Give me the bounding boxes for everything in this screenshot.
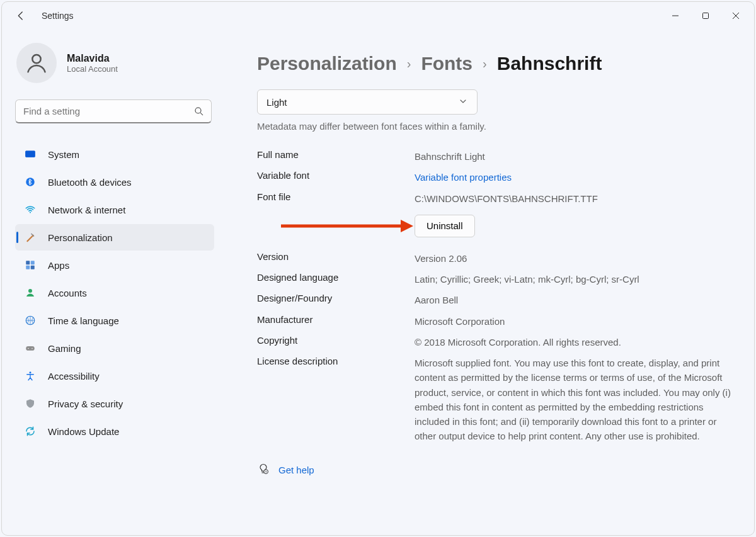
breadcrumb-current: Bahnschrift	[497, 53, 602, 74]
accounts-icon	[24, 286, 37, 299]
nav: System Bluetooth & devices Network & int…	[15, 141, 214, 444]
wifi-icon	[24, 203, 37, 216]
svg-rect-5	[26, 151, 35, 157]
svg-point-3	[195, 108, 201, 113]
sidebar-item-label: Privacy & security	[48, 399, 123, 409]
sidebar-item-accessibility[interactable]: Accessibility	[15, 363, 214, 389]
value-manufacturer: Microsoft Corporation	[415, 314, 505, 329]
sidebar-item-label: Accounts	[48, 288, 87, 298]
label-copyright: Copyright	[257, 335, 415, 346]
label-full-name: Full name	[257, 149, 415, 160]
search-input[interactable]	[15, 99, 212, 123]
update-icon	[24, 425, 37, 438]
accessibility-icon	[24, 370, 37, 382]
label-version: Version	[257, 251, 415, 262]
value-copyright: © 2018 Microsoft Corporation. All rights…	[415, 335, 621, 349]
chevron-down-icon	[458, 96, 468, 108]
label-font-file: Font file	[257, 191, 415, 202]
help-icon: ?	[257, 463, 270, 478]
sidebar-item-label: Personalization	[48, 232, 113, 243]
apps-icon	[24, 259, 37, 271]
svg-point-8	[30, 212, 31, 213]
bluetooth-icon	[24, 176, 37, 188]
sidebar-item-label: Network & internet	[48, 205, 125, 215]
breadcrumb: Personalization › Fonts › Bahnschrift	[257, 53, 733, 74]
main: Personalization › Fonts › Bahnschrift Li…	[227, 31, 756, 537]
close-button[interactable]	[721, 4, 751, 27]
sidebar-item-personalization[interactable]: Personalization	[15, 224, 214, 251]
globe-clock-icon	[24, 314, 37, 327]
value-version: Version 2.06	[415, 251, 467, 266]
svg-point-17	[32, 348, 33, 349]
svg-point-2	[32, 55, 40, 63]
font-face-value: Light	[266, 97, 287, 108]
breadcrumb-personalization[interactable]: Personalization	[257, 53, 397, 74]
user-name: Malavida	[67, 53, 118, 64]
svg-point-16	[28, 348, 29, 349]
sidebar-item-label: Windows Update	[48, 426, 119, 437]
sidebar-item-accounts[interactable]: Accounts	[15, 280, 214, 306]
titlebar: Settings	[0, 0, 756, 31]
user-block[interactable]: Malavida Local Account	[15, 43, 222, 83]
label-designer: Designer/Foundry	[257, 293, 415, 303]
sidebar-item-label: Bluetooth & devices	[48, 177, 132, 188]
svg-marker-20	[401, 220, 413, 232]
value-designer: Aaron Bell	[415, 293, 458, 307]
sidebar-item-privacy[interactable]: Privacy & security	[15, 390, 214, 417]
back-button[interactable]	[15, 10, 26, 21]
sidebar-item-label: Accessibility	[48, 371, 100, 382]
system-icon	[24, 148, 37, 161]
paintbrush-icon	[24, 231, 37, 244]
sidebar-item-system[interactable]: System	[15, 141, 214, 167]
label-variable-font: Variable font	[257, 170, 415, 181]
svg-rect-15	[26, 346, 35, 351]
app-title: Settings	[42, 11, 74, 21]
user-subtitle: Local Account	[67, 64, 118, 74]
value-license: Microsoft supplied font. You may use thi…	[415, 356, 733, 444]
breadcrumb-fonts[interactable]: Fonts	[421, 53, 472, 74]
sidebar-item-network[interactable]: Network & internet	[15, 196, 214, 223]
sidebar-item-label: Gaming	[48, 343, 81, 354]
sidebar-item-windows-update[interactable]: Windows Update	[15, 418, 214, 444]
avatar	[16, 43, 57, 83]
search-icon[interactable]	[193, 105, 205, 118]
sidebar-item-apps[interactable]: Apps	[15, 252, 214, 278]
sidebar: Malavida Local Account System Bluetooth …	[0, 31, 227, 537]
chevron-right-icon: ›	[483, 57, 487, 71]
svg-rect-1	[703, 13, 709, 19]
svg-line-4	[200, 113, 203, 115]
sidebar-item-time-language[interactable]: Time & language	[15, 307, 214, 334]
value-designed-language: Latin; Cyrillic; Greek; vi-Latn; mk-Cyrl…	[415, 272, 639, 286]
search-wrap	[15, 99, 212, 123]
window-controls	[660, 4, 751, 27]
svg-point-18	[30, 371, 32, 373]
label-manufacturer: Manufacturer	[257, 314, 415, 325]
svg-point-7	[26, 178, 35, 186]
sidebar-item-label: Apps	[48, 260, 69, 271]
svg-rect-11	[26, 266, 30, 269]
minimize-button[interactable]	[660, 4, 690, 27]
arrow-annotation-icon	[281, 218, 413, 234]
get-help-link[interactable]: Get help	[278, 465, 314, 475]
value-font-file: C:\WINDOWS\FONTS\BAHNSCHRIFT.TTF	[415, 191, 598, 206]
svg-rect-12	[31, 266, 35, 269]
sidebar-item-label: Time & language	[48, 315, 119, 326]
meta-note: Metadata may differ between font faces w…	[257, 121, 733, 132]
sidebar-item-label: System	[48, 149, 79, 160]
shield-icon	[24, 397, 37, 410]
gaming-icon	[24, 342, 37, 354]
font-face-select[interactable]: Light	[257, 89, 478, 115]
chevron-right-icon: ›	[407, 57, 411, 71]
sidebar-item-gaming[interactable]: Gaming	[15, 335, 214, 361]
svg-point-13	[28, 289, 32, 293]
value-full-name: Bahnschrift Light	[415, 149, 485, 164]
svg-rect-10	[31, 261, 35, 264]
maximize-button[interactable]	[690, 4, 721, 27]
svg-text:?: ?	[265, 470, 267, 473]
uninstall-button[interactable]: Uninstall	[415, 215, 475, 237]
link-variable-font-properties[interactable]: Variable font properties	[415, 170, 512, 184]
label-license: License description	[257, 356, 415, 366]
svg-rect-9	[26, 261, 30, 264]
sidebar-item-bluetooth[interactable]: Bluetooth & devices	[15, 169, 214, 195]
label-designed-language: Designed language	[257, 272, 415, 283]
